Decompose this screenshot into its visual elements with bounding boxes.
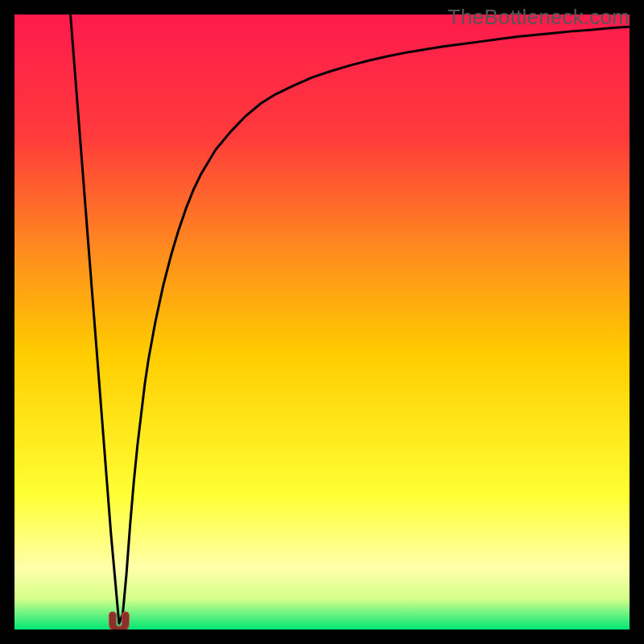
bottleneck-chart	[14, 14, 630, 630]
chart-frame: TheBottleneck.com	[0, 0, 644, 644]
plot-area	[14, 14, 630, 630]
watermark-text: TheBottleneck.com	[448, 5, 630, 30]
gradient-background	[14, 14, 630, 630]
